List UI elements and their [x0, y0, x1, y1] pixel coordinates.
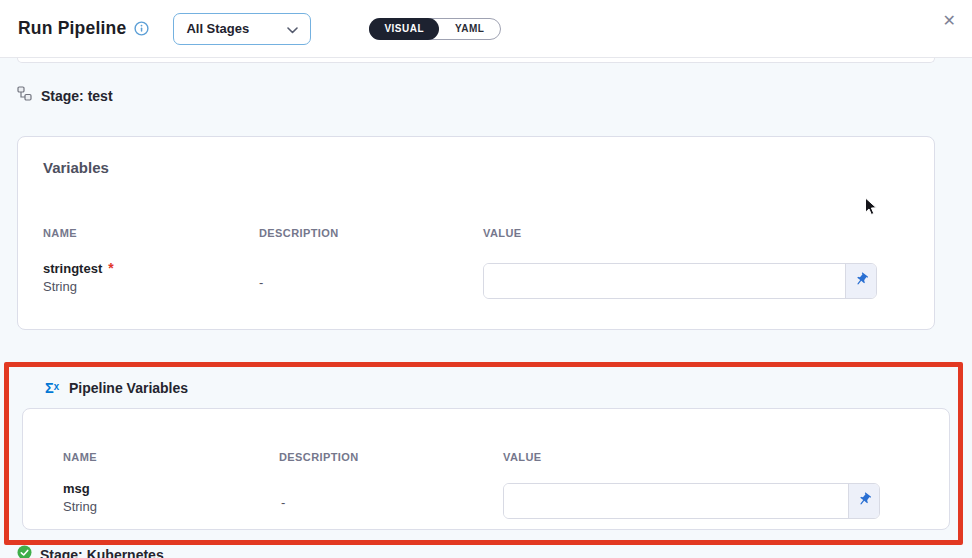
variables-card-title: Variables [43, 159, 109, 176]
variable-name: stringtest [43, 261, 102, 276]
pin-icon [857, 492, 872, 510]
variable-value-input[interactable] [484, 264, 845, 298]
chevron-down-icon [287, 20, 298, 38]
column-header-value: VALUE [483, 227, 521, 239]
variable-type: String [43, 279, 114, 294]
sigma-variable-icon: Σˣ [45, 380, 59, 396]
success-check-icon [17, 545, 32, 558]
stage-selector-dropdown[interactable]: All Stages [173, 13, 311, 45]
stage-icon [17, 86, 32, 105]
column-header-description: DESCRIPTION [279, 451, 359, 463]
stage-selector-value: All Stages [186, 21, 249, 36]
variable-description: - [259, 275, 263, 290]
variable-value-cell [503, 483, 880, 519]
runtime-input-pin-button[interactable] [845, 264, 876, 298]
column-header-name: NAME [43, 227, 77, 239]
page-title: Run Pipeline [18, 18, 126, 39]
variable-value-input[interactable] [504, 484, 848, 518]
pipeline-variables-title: Pipeline Variables [69, 380, 188, 396]
pin-icon [854, 272, 869, 290]
stage-kubernetes-header: Stage: Kubernetes [17, 545, 164, 558]
stage-test-label: Stage: test [41, 88, 113, 104]
toggle-visual[interactable]: VISUAL [369, 18, 439, 40]
variables-card: Variables NAME DESCRIPTION VALUE stringt… [17, 136, 935, 330]
close-icon[interactable]: ✕ [943, 13, 956, 29]
variable-description: - [281, 495, 285, 510]
pipeline-variables-highlight: Σˣ Pipeline Variables NAME DESCRIPTION V… [4, 362, 963, 545]
pipeline-variables-card: NAME DESCRIPTION VALUE msg String - [22, 408, 950, 530]
dialog-header: Run Pipeline All Stages VISUAL YAML ✕ [0, 0, 972, 58]
column-header-name: NAME [63, 451, 97, 463]
variable-value-cell [483, 263, 877, 299]
variable-name-cell: stringtest * String [43, 261, 114, 294]
stage-test-header: Stage: test [17, 86, 113, 105]
required-asterisk: * [108, 261, 113, 275]
toggle-yaml[interactable]: YAML [439, 18, 500, 40]
run-pipeline-dialog: Run Pipeline All Stages VISUAL YAML ✕ [0, 0, 972, 558]
visual-yaml-toggle: VISUAL YAML [369, 18, 501, 40]
pipeline-variables-header: Σˣ Pipeline Variables [45, 380, 188, 396]
column-header-description: DESCRIPTION [259, 227, 339, 239]
variable-type: String [63, 499, 97, 514]
variable-name: msg [63, 481, 90, 496]
info-icon[interactable] [134, 21, 149, 36]
column-header-value: VALUE [503, 451, 541, 463]
stage-kubernetes-label: Stage: Kubernetes [40, 547, 164, 558]
variable-name-cell: msg String [63, 481, 97, 514]
scrolled-card-edge [17, 58, 935, 63]
runtime-input-pin-button[interactable] [848, 484, 879, 518]
